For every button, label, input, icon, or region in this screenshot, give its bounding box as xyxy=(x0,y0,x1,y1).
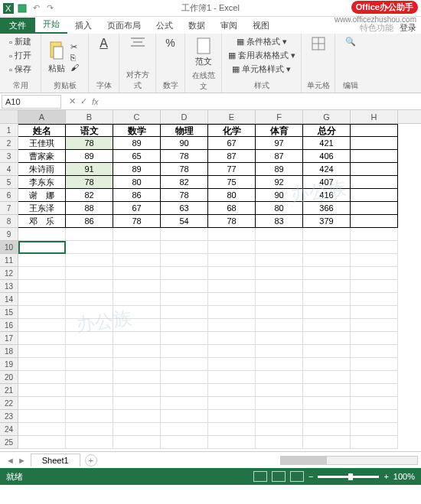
cell[interactable] xyxy=(66,384,113,397)
row-header[interactable]: 12 xyxy=(0,267,18,280)
row-header[interactable]: 8 xyxy=(0,215,18,228)
cell[interactable] xyxy=(351,215,398,228)
cell[interactable] xyxy=(208,332,256,345)
cell[interactable]: 89 xyxy=(113,137,161,150)
cell[interactable] xyxy=(208,410,256,423)
cell[interactable] xyxy=(303,332,351,345)
cell[interactable]: 数学 xyxy=(113,124,161,137)
cell[interactable] xyxy=(256,280,303,293)
cell[interactable] xyxy=(303,358,351,371)
cell[interactable] xyxy=(351,345,398,358)
cell[interactable] xyxy=(66,332,113,345)
editing-button[interactable]: 🔍 xyxy=(338,35,363,79)
cell[interactable] xyxy=(161,332,208,345)
cell[interactable] xyxy=(256,345,303,358)
cell[interactable]: 总分 xyxy=(303,124,351,137)
cell[interactable] xyxy=(113,319,161,332)
row-header[interactable]: 14 xyxy=(0,293,18,306)
cell[interactable] xyxy=(351,150,398,163)
cell[interactable] xyxy=(113,228,161,241)
cell[interactable]: 化学 xyxy=(208,124,256,137)
cell[interactable] xyxy=(256,410,303,423)
page-layout-view-icon[interactable] xyxy=(272,471,286,482)
cell[interactable] xyxy=(351,410,398,423)
cell[interactable] xyxy=(303,241,351,254)
cell[interactable] xyxy=(303,319,351,332)
worksheet[interactable]: A B C D E F G H 1姓名语文数学物理化学体育总分2王佳琪78899… xyxy=(0,110,421,451)
cell[interactable]: 78 xyxy=(208,215,256,228)
cell[interactable]: 366 xyxy=(303,202,351,215)
cell[interactable] xyxy=(113,241,161,254)
row-header[interactable]: 2 xyxy=(0,137,18,150)
cell[interactable]: 77 xyxy=(208,163,256,176)
cell[interactable] xyxy=(18,436,66,449)
cell[interactable]: 379 xyxy=(303,215,351,228)
cell[interactable] xyxy=(161,280,208,293)
cell[interactable] xyxy=(66,410,113,423)
cell[interactable]: 92 xyxy=(256,176,303,189)
cell[interactable] xyxy=(256,423,303,436)
cell[interactable] xyxy=(18,345,66,358)
cell[interactable]: 谢 娜 xyxy=(18,189,66,202)
row-header[interactable]: 11 xyxy=(0,254,18,267)
cell[interactable] xyxy=(256,397,303,410)
cell[interactable] xyxy=(303,397,351,410)
cell[interactable] xyxy=(18,306,66,319)
cell[interactable]: 邓 乐 xyxy=(18,215,66,228)
row-header[interactable]: 9 xyxy=(0,228,18,241)
row-header[interactable]: 15 xyxy=(0,306,18,319)
row-header[interactable]: 16 xyxy=(0,319,18,332)
cell[interactable] xyxy=(18,384,66,397)
new-button[interactable]: ▫新建 xyxy=(8,35,33,48)
cell[interactable] xyxy=(18,319,66,332)
cell[interactable] xyxy=(303,306,351,319)
undo-icon[interactable]: ↶ xyxy=(31,3,41,14)
row-header[interactable]: 10 xyxy=(0,241,18,254)
cell[interactable] xyxy=(208,319,256,332)
tab-insert[interactable]: 插入 xyxy=(67,18,100,34)
fx-icon[interactable]: fx xyxy=(92,97,99,106)
cell[interactable] xyxy=(113,345,161,358)
col-header[interactable]: E xyxy=(208,110,256,123)
cell[interactable]: 语文 xyxy=(66,124,113,137)
save-button[interactable]: ▫保存 xyxy=(8,63,33,76)
cell[interactable] xyxy=(66,371,113,384)
cell[interactable]: 88 xyxy=(66,202,113,215)
cell[interactable]: 姓名 xyxy=(18,124,66,137)
cell[interactable] xyxy=(208,280,256,293)
cell[interactable] xyxy=(303,228,351,241)
cell[interactable] xyxy=(161,410,208,423)
row-header[interactable]: 22 xyxy=(0,397,18,410)
col-header[interactable]: F xyxy=(256,110,303,123)
cell[interactable]: 王佳琪 xyxy=(18,137,66,150)
row-header[interactable]: 19 xyxy=(0,358,18,371)
table-format-button[interactable]: ▦套用表格格式 ▾ xyxy=(227,49,297,62)
cell[interactable]: 67 xyxy=(208,137,256,150)
cell[interactable] xyxy=(18,371,66,384)
col-header[interactable]: G xyxy=(303,110,351,123)
cell[interactable] xyxy=(113,280,161,293)
cell[interactable] xyxy=(18,358,66,371)
cell[interactable] xyxy=(256,436,303,449)
cell[interactable] xyxy=(351,319,398,332)
cell[interactable] xyxy=(351,280,398,293)
cell[interactable] xyxy=(161,228,208,241)
cell[interactable] xyxy=(256,241,303,254)
cell[interactable] xyxy=(256,254,303,267)
cell[interactable] xyxy=(161,241,208,254)
cell[interactable] xyxy=(351,202,398,215)
cell[interactable]: 67 xyxy=(113,202,161,215)
zoom-out-icon[interactable]: − xyxy=(308,472,313,481)
cell[interactable] xyxy=(351,228,398,241)
cell[interactable] xyxy=(256,371,303,384)
cell[interactable]: 78 xyxy=(161,163,208,176)
row-header[interactable]: 24 xyxy=(0,423,18,436)
tab-data[interactable]: 数据 xyxy=(181,18,213,34)
col-header[interactable]: D xyxy=(161,110,208,123)
zoom-slider[interactable] xyxy=(318,476,379,478)
cell[interactable] xyxy=(66,397,113,410)
cell[interactable] xyxy=(208,423,256,436)
cell[interactable] xyxy=(113,358,161,371)
cell[interactable]: 65 xyxy=(113,150,161,163)
row-header[interactable]: 20 xyxy=(0,371,18,384)
